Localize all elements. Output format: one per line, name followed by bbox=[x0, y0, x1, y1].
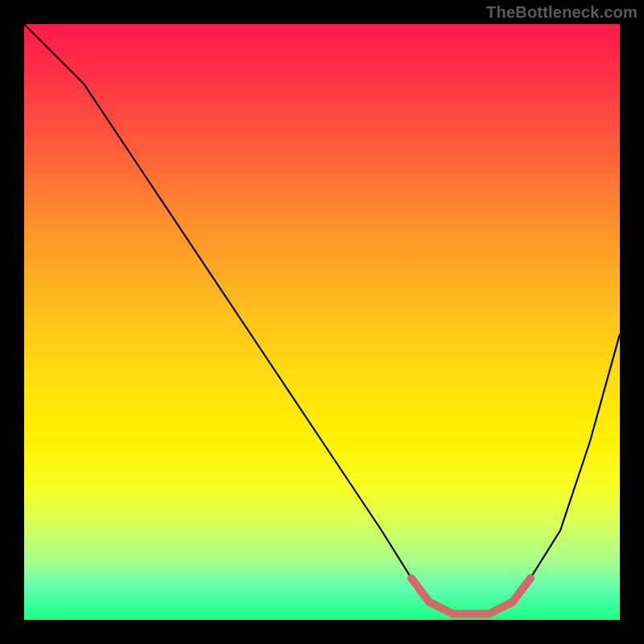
watermark-label: TheBottleneck.com bbox=[486, 3, 638, 22]
main-curve bbox=[24, 24, 620, 614]
highlight-segment bbox=[411, 578, 530, 613]
plot-area bbox=[24, 24, 620, 620]
chart-frame: TheBottleneck.com bbox=[0, 0, 644, 644]
curve-layer bbox=[24, 24, 620, 620]
